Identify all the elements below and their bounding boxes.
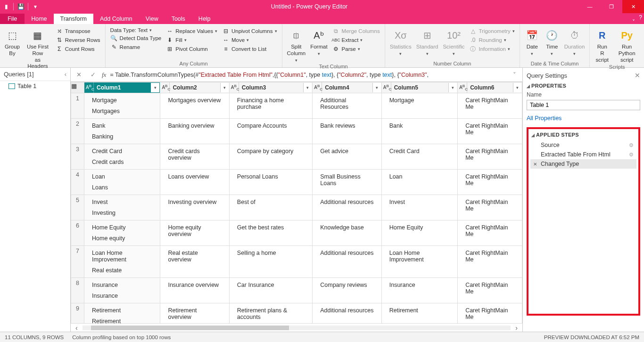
table-row[interactable]: 9 RetirementRetirement Retirement overvi…	[71, 303, 522, 324]
detect-type-button[interactable]: 🔍Detect Data Type	[108, 34, 164, 42]
close-settings-icon[interactable]: ✕	[635, 72, 640, 79]
row-number[interactable]: 1	[71, 93, 84, 119]
type-icon[interactable]: ABC	[84, 82, 94, 93]
close-button[interactable]: ✕	[622, 0, 644, 13]
scroll-right-icon[interactable]: ›	[515, 324, 518, 332]
transpose-button[interactable]: ⤭Transpose	[54, 27, 102, 35]
type-icon[interactable]: ABC	[313, 82, 322, 93]
type-icon[interactable]: ABC	[160, 82, 170, 93]
tab-transform[interactable]: Transform	[54, 14, 94, 24]
qat-customize-icon[interactable]: ▾	[31, 2, 40, 11]
scroll-left-icon[interactable]: ‹	[75, 324, 78, 332]
horizontal-scrollbar[interactable]: ‹ ›	[71, 323, 522, 332]
row-number[interactable]: 4	[71, 170, 84, 195]
information-button[interactable]: ⓘInformation	[467, 45, 516, 53]
gear-icon[interactable]: ⚙	[629, 152, 634, 158]
extract-button[interactable]: ABCExtract	[330, 36, 382, 44]
row-number[interactable]: 5	[71, 195, 84, 220]
applied-steps-title[interactable]: APPLIED STEPS	[530, 132, 636, 138]
tab-file[interactable]: File	[0, 14, 25, 24]
expand-formula-button[interactable]: ˅	[509, 70, 520, 80]
gear-icon[interactable]: ⚙	[629, 142, 634, 148]
standard-button[interactable]: ⊞Standard	[414, 27, 440, 57]
replace-values-button[interactable]: ↔Replace Values	[164, 27, 219, 35]
column-header-3[interactable]: ABCColumn3▾	[229, 82, 312, 93]
type-icon[interactable]: ABC	[458, 82, 467, 93]
filter-dropdown-icon[interactable]: ▾	[513, 83, 521, 92]
step-changed-type[interactable]: Changed Type	[530, 159, 636, 169]
column-header-2[interactable]: ABCColumn2▾	[160, 82, 229, 93]
column-header-1[interactable]: ABCColumn1▾	[84, 82, 160, 93]
column-header-5[interactable]: ABCColumn5▾	[381, 82, 457, 93]
tab-tools[interactable]: Tools	[165, 14, 192, 24]
table-row[interactable]: 2 BankBanking Banking overview Compare A…	[71, 119, 522, 144]
query-item-table1[interactable]: Table 1	[0, 81, 70, 91]
run-r-button[interactable]: RRun R script	[593, 27, 611, 64]
save-icon[interactable]: 💾	[17, 2, 25, 11]
row-number[interactable]: 2	[71, 119, 84, 144]
trig-button[interactable]: △Trigonometry	[467, 27, 516, 35]
split-column-button[interactable]: ⎅Split Column	[285, 27, 308, 64]
table-row[interactable]: 4 LoanLoans Loans overview Personal Loan…	[71, 170, 522, 195]
column-header-6[interactable]: ABCColumn6▾	[458, 82, 522, 93]
group-by-button[interactable]: ⬚Group By	[3, 27, 22, 58]
select-all-cell[interactable]: ▦	[71, 82, 84, 93]
column-header-4[interactable]: ABCColumn4▾	[313, 82, 381, 93]
tab-add-column[interactable]: Add Column	[93, 14, 139, 24]
properties-section-title[interactable]: PROPERTIES	[527, 83, 640, 89]
fill-button[interactable]: ⬇Fill	[164, 36, 219, 44]
row-number[interactable]: 3	[71, 144, 84, 170]
filter-dropdown-icon[interactable]: ▾	[372, 83, 381, 92]
date-button[interactable]: 📅Date	[523, 27, 542, 57]
row-number[interactable]: 7	[71, 246, 84, 278]
move-button[interactable]: ↔Move	[220, 36, 279, 44]
scientific-button[interactable]: 10²Scientific	[441, 27, 466, 57]
table-row[interactable]: 1 MortgageMortgages Mortgages overview F…	[71, 93, 522, 119]
rounding-button[interactable]: .0Rounding	[467, 36, 516, 44]
data-grid[interactable]: ▦ABCColumn1▾ABCColumn2▾ABCColumn3▾ABCCol…	[71, 82, 522, 323]
row-number[interactable]: 8	[71, 278, 84, 303]
maximize-button[interactable]: ❐	[601, 0, 622, 13]
step-source[interactable]: Source⚙	[530, 140, 636, 150]
table-row[interactable]: 6 Home EquityHome equity Home equity ove…	[71, 220, 522, 246]
reverse-rows-button[interactable]: ⇅Reverse Rows	[54, 36, 102, 44]
count-rows-button[interactable]: ΣCount Rows	[54, 45, 102, 53]
tab-help[interactable]: Help	[192, 14, 217, 24]
filter-dropdown-icon[interactable]: ▾	[220, 83, 229, 92]
data-type-button[interactable]: Data Type: Text	[108, 27, 164, 33]
unpivot-button[interactable]: ⊟Unpivot Columns	[220, 27, 279, 35]
run-python-button[interactable]: PyRun Python script	[612, 27, 641, 64]
filter-dropdown-icon[interactable]: ▾	[151, 83, 159, 92]
step-extracted[interactable]: Extracted Table From Html⚙	[530, 150, 636, 159]
table-row[interactable]: 3 Credit CardCredit cards Credit cards o…	[71, 144, 522, 170]
time-button[interactable]: 🕐Time	[543, 27, 561, 57]
collapse-ribbon-icon[interactable]: ˬ	[632, 14, 635, 21]
type-icon[interactable]: ABC	[382, 82, 391, 93]
cancel-formula-button[interactable]: ✕	[74, 70, 84, 80]
tab-view[interactable]: View	[139, 14, 165, 24]
row-number[interactable]: 6	[71, 220, 84, 246]
filter-dropdown-icon[interactable]: ▾	[303, 83, 312, 92]
duration-button[interactable]: ⏱Duration	[562, 27, 586, 57]
filter-dropdown-icon[interactable]: ▾	[448, 83, 457, 92]
commit-formula-button[interactable]: ✓	[88, 70, 98, 80]
table-row[interactable]: 5 InvestInvesting Investing overview Bes…	[71, 195, 522, 220]
statistics-button[interactable]: ΧσStatistics	[388, 27, 413, 57]
parse-button[interactable]: ⚙Parse	[330, 45, 382, 53]
formula-input[interactable]: = Table.TransformColumnTypes(#"Extracted…	[110, 71, 505, 78]
query-name-input[interactable]	[527, 100, 640, 110]
rename-button[interactable]: ✎Rename	[108, 43, 164, 51]
format-button[interactable]: AᵇFormat	[308, 27, 329, 57]
help-icon[interactable]: ?	[639, 14, 642, 21]
collapse-queries-icon[interactable]: ‹	[65, 71, 66, 78]
all-properties-link[interactable]: All Properties	[527, 115, 640, 122]
tab-home[interactable]: Home	[25, 14, 53, 24]
row-number[interactable]: 9	[71, 303, 84, 324]
table-row[interactable]: 8 InsuranceInsurance Insurance overview …	[71, 278, 522, 303]
merge-columns-button[interactable]: ⧉Merge Columns	[330, 27, 382, 35]
convert-list-button[interactable]: ≡Convert to List	[220, 45, 279, 53]
pivot-button[interactable]: ⊞Pivot Column	[164, 45, 219, 53]
minimize-button[interactable]: —	[579, 0, 601, 13]
type-icon[interactable]: ABC	[230, 82, 239, 93]
table-row[interactable]: 7 Loan Home ImprovementReal estate Real …	[71, 246, 522, 278]
